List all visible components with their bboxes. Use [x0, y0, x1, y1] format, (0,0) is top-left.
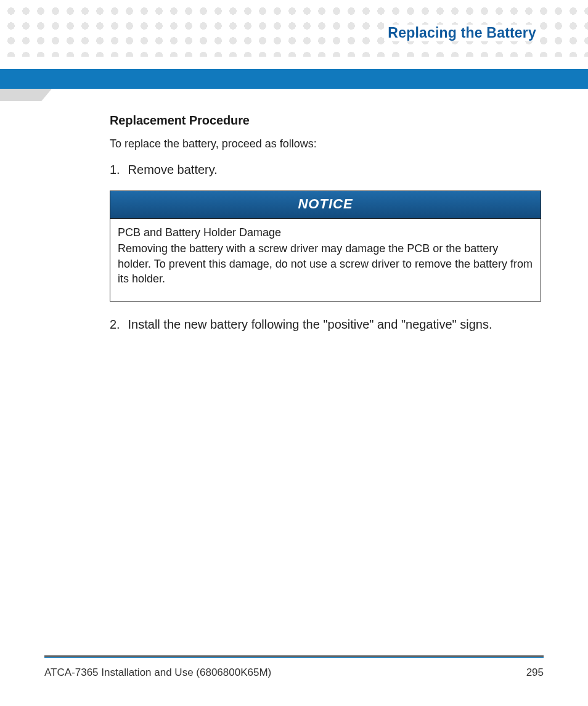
- step-number: 1.: [110, 163, 125, 177]
- step-text: Remove battery.: [128, 163, 218, 176]
- footer-page-number: 295: [526, 667, 544, 679]
- notice-box: NOTICE PCB and Battery Holder Damage Rem…: [110, 191, 541, 302]
- header-grey-wedge: [0, 89, 52, 101]
- step-2: 2. Install the new battery following the…: [110, 318, 541, 332]
- step-1: 1. Remove battery.: [110, 163, 541, 177]
- notice-title: PCB and Battery Holder Damage: [118, 225, 533, 240]
- document-page: Replacing the Battery Replacement Proced…: [0, 0, 588, 706]
- page-footer: ATCA-7365 Installation and Use (6806800K…: [44, 655, 544, 679]
- header-blue-bar: [0, 69, 588, 89]
- footer-rule: [44, 655, 544, 657]
- intro-text: To replace the battery, proceed as follo…: [110, 138, 541, 150]
- section-title: Replacing the Battery: [384, 25, 540, 41]
- footer-rule-accent: [44, 657, 544, 658]
- subheading: Replacement Procedure: [110, 113, 541, 128]
- notice-body: PCB and Battery Holder Damage Removing t…: [110, 219, 541, 301]
- notice-text: Removing the battery with a screw driver…: [118, 242, 533, 285]
- step-number: 2.: [110, 318, 125, 332]
- notice-label: NOTICE: [110, 191, 541, 219]
- footer-doc-title: ATCA-7365 Installation and Use (6806800K…: [44, 667, 271, 679]
- page-content: Replacement Procedure To replace the bat…: [110, 113, 541, 345]
- step-text: Install the new battery following the "p…: [128, 318, 492, 331]
